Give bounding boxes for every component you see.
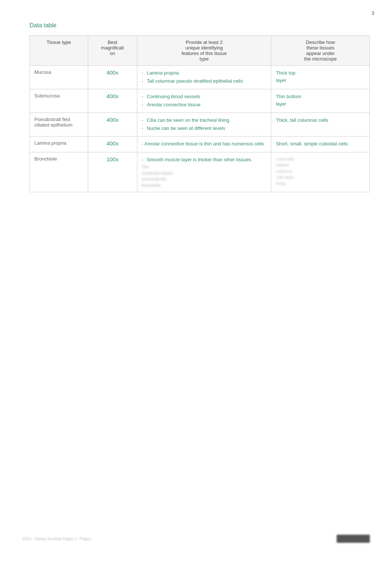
feature-item: Smooth muscle layer is thicker than othe… [142, 156, 267, 163]
table-row: Lamina propria 400x - Areolar connective… [30, 137, 370, 152]
cell-features-pseudo: Cilia can be seen on the tracheal lining… [137, 113, 271, 137]
cell-tissue-mucosa: Mucosa [30, 66, 88, 89]
cell-features-submucosa: Continuing blood vessels Areolar connect… [137, 89, 271, 113]
table-row: Bronchiole 100x Smooth muscle layer is t… [30, 152, 370, 192]
cell-mag-submucosa: 400x [88, 89, 137, 113]
table-row: Mucosa 400x Lamina propria Tall columnar… [30, 66, 370, 89]
header-tissue: Tissue type [30, 36, 88, 66]
tissue-label: Mucosa [34, 69, 51, 75]
tissue-label: Bronchiole [34, 156, 57, 162]
cell-features-lamina: - Areolar connective tissue is thin and … [137, 137, 271, 152]
magnification-value: 400x [106, 93, 118, 99]
tissue-label: Submucosa [34, 93, 60, 99]
header-features: Provide at least 2unique identifyingfeat… [137, 36, 271, 66]
cell-describe-mucosa: Thick toplayer [271, 66, 370, 89]
cell-features-bronchiole: Smooth muscle layer is thicker than othe… [137, 152, 271, 192]
feature-item: Areolar connective tissue [142, 101, 267, 108]
feature-item: Tall columnar pseudo stratified epitheli… [142, 77, 267, 85]
cell-mag-bronchiole: 100x [88, 152, 137, 192]
blurred-feature: Theconnective tissuesurrounds thebronchi… [142, 164, 267, 188]
cell-describe-lamina: Short, small, simple cuboidal cells [271, 137, 370, 152]
section-title: Data table [30, 22, 370, 29]
cell-mag-pseudo: 400x [88, 113, 137, 137]
feature-item: Nuclei can be seen at different levels [142, 125, 267, 132]
tissue-label: Pseudostrati fied ciliated epithelium [34, 117, 72, 128]
magnification-value: 400x [106, 117, 118, 123]
cell-mag-lamina: 400x [88, 137, 137, 152]
header-magnification: Bestmagnification [88, 36, 137, 66]
feature-item: Cilia can be seen on the tracheal lining [142, 117, 267, 124]
cell-tissue-lamina: Lamina propria [30, 137, 88, 152]
cell-describe-pseudo: Thick, tall columnar cells [271, 113, 370, 137]
feature-item: - Areolar connective tissue is thin and … [142, 140, 267, 148]
tissue-label: Lamina propria [34, 140, 66, 146]
cell-tissue-pseudo: Pseudostrati fied ciliated epithelium [30, 113, 88, 137]
cell-describe-bronchiole: Lined withciliatedcolumnarcells layerlin… [271, 152, 370, 192]
describe-value: Short, small, simple cuboidal cells [276, 141, 348, 146]
feature-item: Lamina propria [142, 69, 267, 77]
cell-describe-submucosa: Thin bottomlayer [271, 89, 370, 113]
table-row: Pseudostrati fied ciliated epithelium 40… [30, 113, 370, 137]
magnification-value: 400x [106, 69, 118, 76]
describe-value: Thin bottomlayer [276, 94, 301, 107]
describe-value: Thick, tall columnar cells [276, 117, 328, 123]
cell-tissue-bronchiole: Bronchiole [30, 152, 88, 192]
feature-item: Continuing blood vessels [142, 93, 267, 100]
page-number: 3 [372, 10, 374, 16]
magnification-value: 400x [106, 140, 118, 146]
footer-text: 2024 - Adobe Acrobat Pages 1 -Pages [22, 537, 91, 541]
describe-value: Thick toplayer [276, 70, 295, 83]
footer: 2024 - Adobe Acrobat Pages 1 -Pages [22, 535, 370, 543]
cell-tissue-submucosa: Submucosa [30, 89, 88, 113]
magnification-value: 100x [106, 156, 118, 162]
data-table: Tissue type Bestmagnification Provide at… [30, 35, 370, 192]
cell-mag-mucosa: 400x [88, 66, 137, 89]
cell-features-mucosa: Lamina propria Tall columnar pseudo stra… [137, 66, 271, 89]
footer-button[interactable] [337, 535, 370, 543]
table-row: Submucosa 400x Continuing blood vessels … [30, 89, 370, 113]
table-header-row: Tissue type Bestmagnification Provide at… [30, 36, 370, 66]
header-describe: Describe howthese tissuesappear underthe… [271, 36, 370, 66]
blurred-describe: Lined withciliatedcolumnarcells layerlin… [276, 156, 365, 187]
